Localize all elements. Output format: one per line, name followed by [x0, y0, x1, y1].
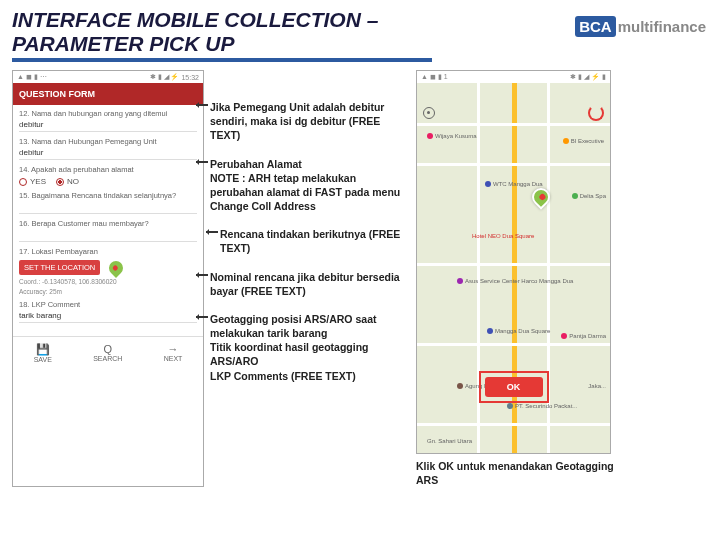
location-pin-icon: [106, 258, 126, 278]
bottom-nav: 💾SAVE QSEARCH →NEXT: [13, 336, 203, 369]
q16-label: 16. Berapa Customer mau membayar?: [19, 219, 197, 228]
coordinates-text: Coord.: -6.1340578, 106.8306020: [19, 278, 197, 285]
q14-label: 14. Apakah ada perubahan alamat: [19, 165, 197, 174]
note-3: Rencana tindakan berikutnya (FREE TEXT): [220, 227, 410, 255]
locate-me-icon[interactable]: [423, 107, 435, 119]
app-bar-title: QUESTION FORM: [13, 83, 203, 105]
slide-title: INTERFACE MOBILE COLLECTION – PARAMETER …: [12, 8, 432, 62]
ok-button[interactable]: OK: [485, 377, 543, 397]
phone-screenshot-form: ▲ ◼ ▮ ⋯ ✱ ▮ ◢ ⚡ 15:32 QUESTION FORM 12. …: [12, 70, 204, 487]
phone-screenshot-map: ▲ ◼ ▮ 1 ✱ ▮ ◢ ⚡ ▮ Wijaya Kusuma BI Execu…: [416, 70, 611, 454]
q13-value[interactable]: debitur: [19, 148, 197, 160]
accuracy-text: Accuracy: 25m: [19, 288, 197, 295]
search-button[interactable]: QSEARCH: [93, 343, 122, 363]
status-bar: ▲ ◼ ▮ ⋯ ✱ ▮ ◢ ⚡ 15:32: [13, 71, 203, 83]
save-button[interactable]: 💾SAVE: [34, 343, 52, 363]
status-bar-2: ▲ ◼ ▮ 1 ✱ ▮ ◢ ⚡ ▮: [417, 71, 610, 83]
annotation-column: Jika Pemegang Unit adalah debitur sendir…: [210, 70, 410, 487]
note-ok: Klik OK untuk menandakan Geotagging ARS: [416, 460, 626, 487]
q15-value[interactable]: [19, 202, 197, 214]
q18-label: 18. LKP Comment: [19, 300, 197, 309]
set-location-button[interactable]: SET THE LOCATION: [19, 260, 100, 275]
radio-yes[interactable]: YES: [19, 177, 46, 186]
note-2: Perubahan Alamat NOTE : ARH tetap melaku…: [210, 157, 410, 214]
q17-label: 17. Lokasi Pembayaran: [19, 247, 197, 256]
ok-button-highlight: OK: [479, 371, 549, 403]
q12-label: 12. Nama dan hubungan orang yang ditemui: [19, 109, 197, 118]
reload-icon[interactable]: [588, 105, 604, 121]
radio-no[interactable]: NO: [56, 177, 79, 186]
note-4: Nominal rencana jika debitur bersedia ba…: [210, 270, 410, 298]
note-5: Geotagging posisi ARS/ARO saat melakukan…: [210, 312, 410, 383]
map-view[interactable]: Wijaya Kusuma BI Executive WTC Mangga Du…: [417, 83, 610, 453]
note-1: Jika Pemegang Unit adalah debitur sendir…: [210, 100, 410, 143]
q16-value[interactable]: [19, 230, 197, 242]
q13-label: 13. Nama dan Hubungan Pemegang Unit: [19, 137, 197, 146]
q12-value[interactable]: debitur: [19, 120, 197, 132]
q18-value[interactable]: tarik barang: [19, 311, 197, 323]
brand-logo: BCAmultifinance: [575, 18, 706, 35]
next-button[interactable]: →NEXT: [164, 343, 183, 363]
q15-label: 15. Bagaimana Rencana tindakan selanjutn…: [19, 191, 197, 200]
